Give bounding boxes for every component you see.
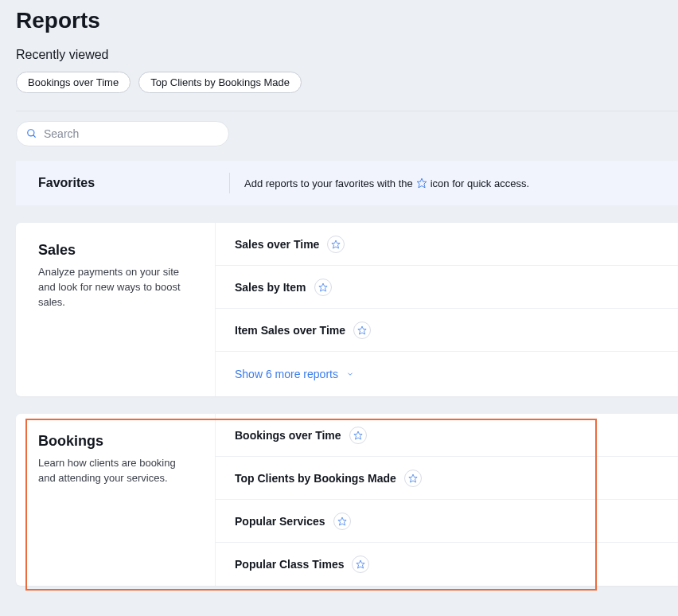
- report-row-bookings-over-time[interactable]: Bookings over Time: [216, 414, 678, 457]
- svg-point-0: [28, 130, 34, 136]
- recent-chip-bookings-over-time[interactable]: Bookings over Time: [16, 72, 131, 93]
- star-icon: [408, 474, 418, 483]
- favorites-hint-prefix: Add reports to your favorites with the: [244, 177, 413, 189]
- favorite-toggle[interactable]: [327, 236, 345, 253]
- section-bookings-title: Bookings: [38, 433, 194, 450]
- favorite-toggle[interactable]: [353, 322, 371, 339]
- search-icon: [26, 128, 37, 139]
- report-label: Sales over Time: [235, 238, 319, 251]
- page-title: Reports: [16, 0, 678, 48]
- svg-marker-2: [417, 178, 427, 188]
- svg-marker-7: [409, 474, 417, 482]
- favorite-toggle[interactable]: [314, 279, 332, 296]
- favorite-toggle[interactable]: [352, 556, 369, 573]
- star-icon: [337, 517, 347, 526]
- favorite-toggle[interactable]: [349, 427, 367, 444]
- recent-chip-top-clients[interactable]: Top Clients by Bookings Made: [138, 72, 302, 93]
- svg-marker-9: [357, 560, 364, 568]
- star-icon: [331, 240, 341, 249]
- star-icon: [356, 559, 365, 569]
- svg-marker-6: [354, 431, 362, 439]
- report-label: Top Clients by Bookings Made: [235, 472, 396, 485]
- svg-marker-5: [358, 326, 366, 334]
- report-label: Popular Services: [235, 515, 325, 528]
- show-more-sales[interactable]: Show 6 more reports: [216, 352, 678, 396]
- star-icon: [357, 326, 367, 335]
- report-label: Popular Class Times: [235, 558, 344, 571]
- show-more-label: Show 6 more reports: [235, 368, 338, 380]
- star-icon: [353, 431, 363, 440]
- favorite-toggle[interactable]: [333, 513, 351, 530]
- favorite-toggle[interactable]: [404, 470, 422, 487]
- section-bookings: Bookings Learn how clients are booking a…: [16, 414, 678, 586]
- recently-viewed-label: Recently viewed: [16, 48, 678, 62]
- favorites-title: Favorites: [16, 176, 229, 190]
- chevron-down-icon: [346, 370, 354, 378]
- report-row-sales-by-item[interactable]: Sales by Item: [216, 266, 678, 309]
- star-icon: [416, 177, 427, 189]
- divider: [229, 173, 230, 193]
- report-row-sales-over-time[interactable]: Sales over Time: [216, 223, 678, 266]
- favorites-bar: Favorites Add reports to your favorites …: [16, 161, 678, 205]
- search-input[interactable]: [44, 127, 219, 140]
- section-sales-title: Sales: [38, 242, 194, 259]
- svg-marker-8: [338, 517, 346, 525]
- section-bookings-description: Learn how clients are booking and attend…: [38, 456, 194, 486]
- report-row-item-sales-over-time[interactable]: Item Sales over Time: [216, 309, 678, 352]
- report-label: Sales by Item: [235, 281, 306, 294]
- section-sales-description: Analyze payments on your site and look f…: [38, 265, 194, 310]
- svg-marker-3: [332, 240, 340, 248]
- recent-chips: Bookings over Time Top Clients by Bookin…: [16, 72, 678, 111]
- section-sales: Sales Analyze payments on your site and …: [16, 223, 678, 396]
- report-row-popular-services[interactable]: Popular Services: [216, 500, 678, 543]
- svg-line-1: [33, 135, 36, 138]
- report-label: Bookings over Time: [235, 429, 341, 442]
- report-row-top-clients[interactable]: Top Clients by Bookings Made: [216, 457, 678, 500]
- search-input-wrap[interactable]: [16, 121, 229, 146]
- favorites-hint: Add reports to your favorites with the i…: [244, 177, 529, 189]
- report-label: Item Sales over Time: [235, 324, 345, 337]
- svg-marker-4: [319, 283, 327, 291]
- favorites-hint-suffix: icon for quick access.: [431, 177, 529, 189]
- star-icon: [318, 283, 328, 292]
- report-row-popular-class-times[interactable]: Popular Class Times: [216, 543, 678, 586]
